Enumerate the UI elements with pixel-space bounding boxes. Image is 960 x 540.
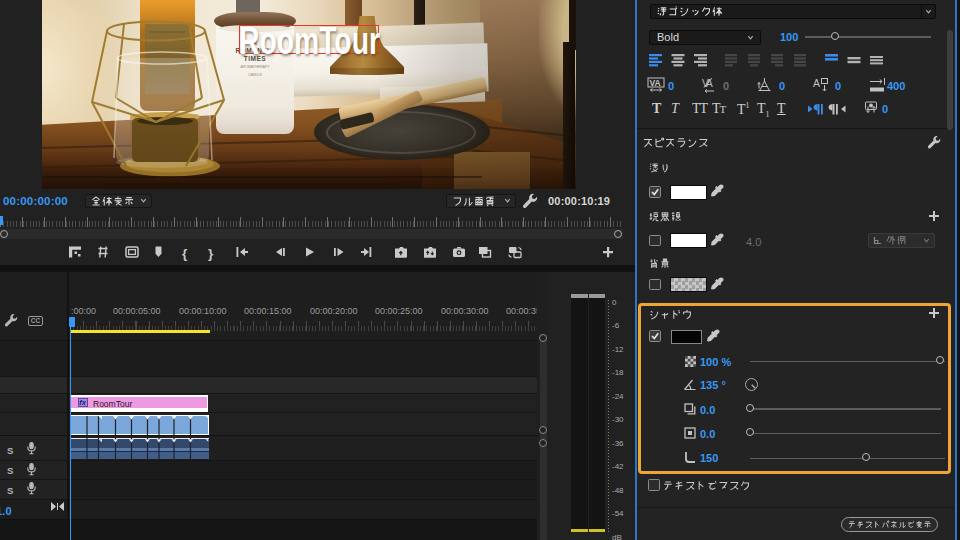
svg-text:A: A bbox=[813, 77, 820, 89]
svg-text:}: } bbox=[208, 246, 214, 261]
svg-text:{: { bbox=[182, 246, 187, 261]
svg-text:VA: VA bbox=[650, 78, 661, 88]
